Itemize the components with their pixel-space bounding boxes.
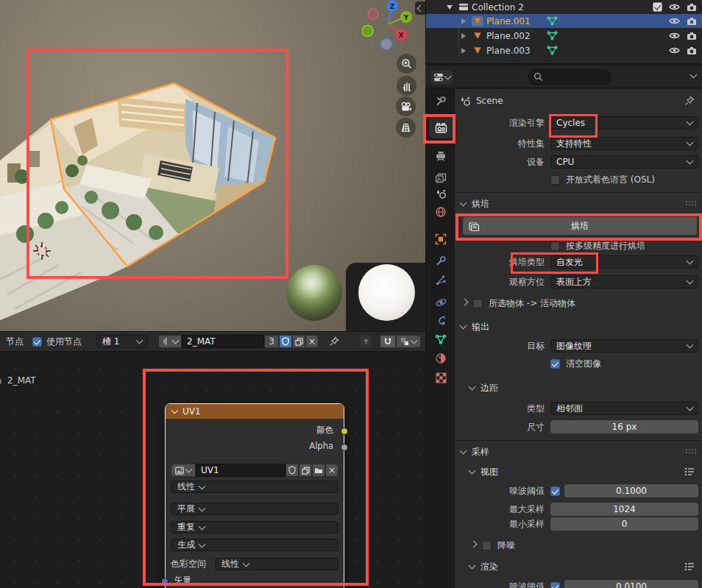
- margin-size-slider[interactable]: 16 px: [550, 420, 698, 433]
- tab-object[interactable]: [432, 230, 450, 248]
- feature-set-dropdown[interactable]: 支持特性: [550, 137, 698, 150]
- interpolation-dropdown[interactable]: 线性: [171, 481, 338, 493]
- axis-neg-y-ball[interactable]: [362, 26, 373, 37]
- tab-material[interactable]: [432, 350, 450, 367]
- margin-type-dropdown[interactable]: 相邻面: [550, 402, 698, 415]
- vp-noise-checkbox[interactable]: [550, 486, 560, 496]
- tab-output[interactable]: [432, 146, 450, 164]
- denoise-row[interactable]: 降噪: [455, 539, 702, 551]
- device-dropdown[interactable]: CPU: [550, 155, 698, 169]
- rd-noise-checkbox[interactable]: [550, 582, 560, 588]
- material-slot-dropdown[interactable]: 槽 1: [96, 335, 148, 348]
- use-nodes-checkbox[interactable]: [32, 337, 42, 347]
- eye-icon[interactable]: [669, 3, 680, 11]
- tab-view-layer[interactable]: [432, 169, 450, 186]
- region-collapse-arrow[interactable]: [415, 1, 425, 15]
- image-texture-node[interactable]: UV1 颜色 Alpha UV1: [165, 403, 344, 588]
- tab-object-data[interactable]: [432, 330, 450, 348]
- eye-icon[interactable]: [669, 32, 680, 40]
- node-menu[interactable]: 节点: [6, 336, 24, 348]
- source-dropdown[interactable]: 生成: [171, 539, 338, 551]
- tab-particles[interactable]: [432, 272, 450, 289]
- bake-button[interactable]: 烘培: [462, 216, 698, 235]
- drag-handle-icon[interactable]: [686, 449, 698, 455]
- orientation-gizmo[interactable]: Z Y X: [362, 0, 419, 54]
- snap-target-button[interactable]: [396, 335, 421, 348]
- outliner-row-plane002[interactable]: Plane.002: [426, 29, 702, 43]
- parent-node-tree-button[interactable]: [359, 335, 372, 348]
- extension-dropdown[interactable]: 重复: [171, 521, 338, 534]
- pin-icon[interactable]: [329, 336, 339, 347]
- margin-subpanel-header[interactable]: 边距: [455, 380, 702, 395]
- drag-handle-icon[interactable]: [686, 201, 698, 207]
- material-preview-sphere[interactable]: [358, 264, 415, 321]
- clear-image-checkbox[interactable]: [550, 359, 560, 369]
- breadcrumb-scene[interactable]: Scene: [476, 96, 503, 106]
- color-output-socket[interactable]: [341, 428, 348, 435]
- tab-physics[interactable]: [432, 294, 450, 311]
- disclosure-right-icon[interactable]: [461, 48, 466, 54]
- material-users-count[interactable]: 3: [264, 335, 279, 348]
- material-browse-button[interactable]: [158, 335, 182, 348]
- camera-icon[interactable]: [687, 46, 697, 55]
- image-unlink-button[interactable]: ×: [325, 464, 338, 477]
- bake-panel-header[interactable]: 烘培: [455, 196, 702, 211]
- vp-noise-value[interactable]: 0.1000: [564, 484, 698, 497]
- osl-checkbox[interactable]: [550, 175, 560, 185]
- colorspace-dropdown[interactable]: 线性: [215, 558, 338, 570]
- selected-to-active-row[interactable]: 所选物体 -> 活动物体: [455, 297, 702, 309]
- image-open-button[interactable]: [312, 464, 325, 477]
- sampling-viewport-header[interactable]: 视图: [455, 464, 702, 479]
- camera-view-button[interactable]: [396, 96, 416, 116]
- image-copy-button[interactable]: [299, 464, 312, 477]
- chevron-down-icon[interactable]: [690, 71, 698, 79]
- camera-icon[interactable]: [687, 32, 697, 40]
- sampling-render-header[interactable]: 渲染: [455, 559, 702, 574]
- hdri-preview-sphere[interactable]: [286, 265, 342, 321]
- collection-name[interactable]: Collection 2: [472, 2, 524, 13]
- new-material-button[interactable]: [292, 335, 305, 348]
- editor-type-button[interactable]: [430, 69, 454, 85]
- 3d-viewport[interactable]: Z Y X: [0, 0, 425, 331]
- render-engine-dropdown[interactable]: Cycles: [550, 116, 698, 130]
- tab-render[interactable]: [432, 118, 450, 136]
- image-fake-user-button[interactable]: [286, 464, 299, 477]
- vp-min-value[interactable]: 0: [550, 517, 698, 531]
- vp-max-value[interactable]: 1024: [550, 503, 698, 516]
- shader-editor[interactable]: 节点 使用节点 槽 1 2_MAT 3 ×: [0, 331, 425, 588]
- disclosure-right-icon[interactable]: [461, 18, 466, 24]
- unlink-material-button[interactable]: ×: [305, 335, 319, 348]
- pin-icon[interactable]: [684, 96, 695, 106]
- image-browse-button[interactable]: [171, 464, 196, 477]
- pan-view-button[interactable]: [397, 76, 416, 96]
- presets-icon[interactable]: [684, 562, 695, 571]
- image-name-field[interactable]: UV1: [196, 464, 286, 477]
- vector-input-socket[interactable]: [161, 578, 169, 585]
- presets-icon[interactable]: [684, 467, 695, 476]
- rd-noise-value[interactable]: 0.0100: [564, 580, 698, 588]
- axis-neg-z-ball[interactable]: [381, 39, 392, 50]
- node-header[interactable]: UV1: [166, 404, 344, 419]
- object-name[interactable]: Plane.002: [486, 31, 531, 41]
- fake-user-shield-button[interactable]: [279, 335, 292, 348]
- selected-to-active-checkbox[interactable]: [473, 299, 483, 308]
- object-name[interactable]: Plane.001: [486, 16, 531, 26]
- toggle-ortho-button[interactable]: [396, 118, 416, 138]
- outliner[interactable]: Collection 2 Plane.001: [425, 0, 702, 65]
- material-name-field[interactable]: 2_MAT: [182, 335, 264, 348]
- axis-neg-x-ball[interactable]: [368, 9, 378, 19]
- collection-exclude-checkbox[interactable]: [653, 2, 662, 12]
- bake-type-dropdown[interactable]: 自发光: [550, 255, 698, 269]
- camera-icon[interactable]: [687, 17, 697, 26]
- object-name[interactable]: Plane.003: [486, 46, 531, 56]
- tab-world[interactable]: [432, 203, 450, 221]
- disclosure-down-icon[interactable]: [447, 5, 453, 10]
- outliner-row-plane003[interactable]: Plane.003: [426, 43, 702, 57]
- tab-constraints[interactable]: [432, 313, 450, 330]
- tab-modifiers[interactable]: [432, 252, 450, 270]
- eye-icon[interactable]: [669, 17, 680, 25]
- eye-icon[interactable]: [669, 46, 680, 54]
- zoom-view-button[interactable]: [397, 54, 416, 74]
- snap-toggle-button[interactable]: [380, 335, 396, 348]
- tab-tool[interactable]: [432, 93, 450, 110]
